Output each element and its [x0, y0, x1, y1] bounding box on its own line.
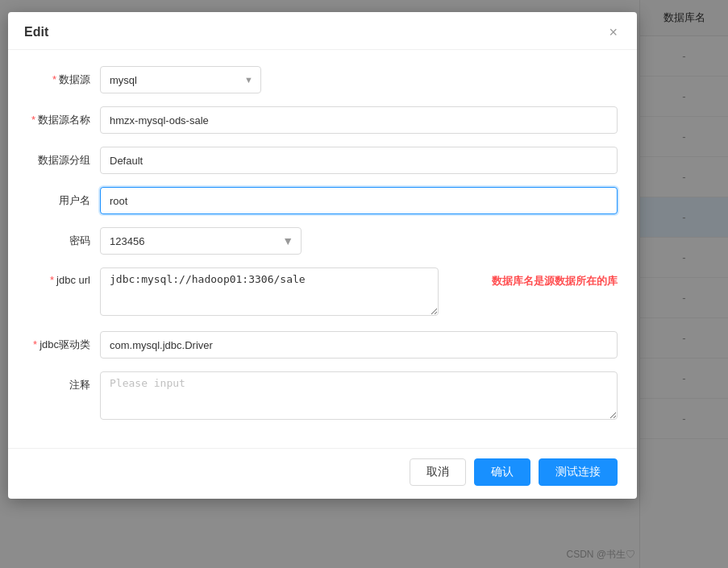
- password-wrapper: ▼: [100, 227, 302, 255]
- password-eye-icon[interactable]: ▼: [282, 234, 293, 247]
- datasource-name-control: [100, 106, 618, 134]
- username-control: [100, 187, 618, 214]
- confirm-button[interactable]: 确认: [474, 458, 530, 486]
- datasource-select[interactable]: mysql: [100, 66, 261, 93]
- comment-control: [100, 371, 618, 422]
- jdbc-driver-input[interactable]: [100, 331, 618, 359]
- modal-close-button[interactable]: ×: [605, 23, 621, 41]
- modal-footer: 取消 确认 测试连接: [8, 448, 637, 499]
- password-label: 密码: [27, 227, 100, 248]
- datasource-name-label: 数据源名称: [27, 106, 100, 127]
- modal-header: Edit ×: [8, 12, 637, 50]
- password-input[interactable]: [100, 227, 302, 255]
- jdbc-url-control: jdbc:mysql://hadoop01:3306/sale: [100, 267, 479, 318]
- datasource-group-row: 数据源分组: [27, 147, 618, 174]
- edit-modal: Edit × 数据源 mysql ▼ 数据源名称 数据源分: [8, 12, 637, 499]
- datasource-group-input[interactable]: [100, 147, 618, 174]
- jdbc-driver-row: jdbc驱动类: [27, 331, 618, 359]
- jdbc-url-label: jdbc url: [27, 267, 100, 286]
- datasource-group-control: [100, 147, 618, 174]
- jdbc-url-textarea[interactable]: jdbc:mysql://hadoop01:3306/sale: [100, 267, 439, 316]
- datasource-group-label: 数据源分组: [27, 147, 100, 168]
- modal-body: 数据源 mysql ▼ 数据源名称 数据源分组: [8, 50, 637, 443]
- comment-textarea[interactable]: [100, 371, 618, 420]
- password-row: 密码 ▼: [27, 227, 618, 255]
- jdbc-driver-label: jdbc驱动类: [27, 331, 100, 352]
- jdbc-driver-control: [100, 331, 618, 359]
- test-connection-button[interactable]: 测试连接: [539, 458, 618, 486]
- comment-label: 注释: [27, 371, 100, 392]
- datasource-select-wrapper: mysql ▼: [100, 66, 261, 93]
- datasource-label: 数据源: [27, 66, 100, 87]
- comment-row: 注释: [27, 371, 618, 422]
- jdbc-url-row: jdbc url jdbc:mysql://hadoop01:3306/sale…: [27, 267, 618, 318]
- datasource-control: mysql ▼: [100, 66, 618, 93]
- datasource-row: 数据源 mysql ▼: [27, 66, 618, 93]
- modal-title: Edit: [24, 25, 48, 39]
- datasource-name-input[interactable]: [100, 106, 618, 134]
- datasource-name-row: 数据源名称: [27, 106, 618, 134]
- username-label: 用户名: [27, 187, 100, 208]
- username-input[interactable]: [100, 187, 618, 214]
- jdbc-annotation: 数据库名是源数据所在的库: [492, 267, 618, 288]
- username-row: 用户名: [27, 187, 618, 214]
- cancel-button[interactable]: 取消: [410, 458, 466, 486]
- password-control: ▼: [100, 227, 618, 255]
